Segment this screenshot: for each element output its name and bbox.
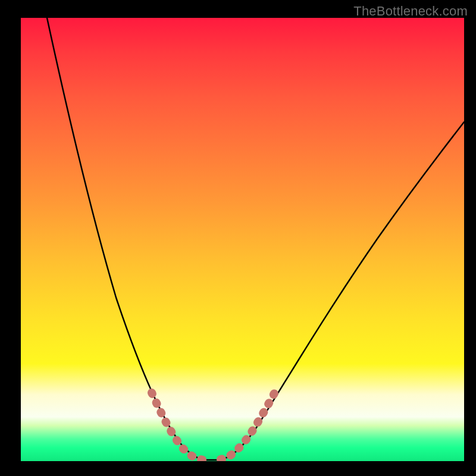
curve-path (47, 18, 464, 460)
left-highlight-segment (152, 393, 204, 460)
watermark-text: TheBottleneck.com (353, 4, 468, 19)
right-highlight-segment (221, 387, 278, 459)
bottleneck-curve (21, 18, 464, 461)
gradient-plot-area (21, 18, 464, 461)
chart-frame: TheBottleneck.com (0, 0, 476, 476)
